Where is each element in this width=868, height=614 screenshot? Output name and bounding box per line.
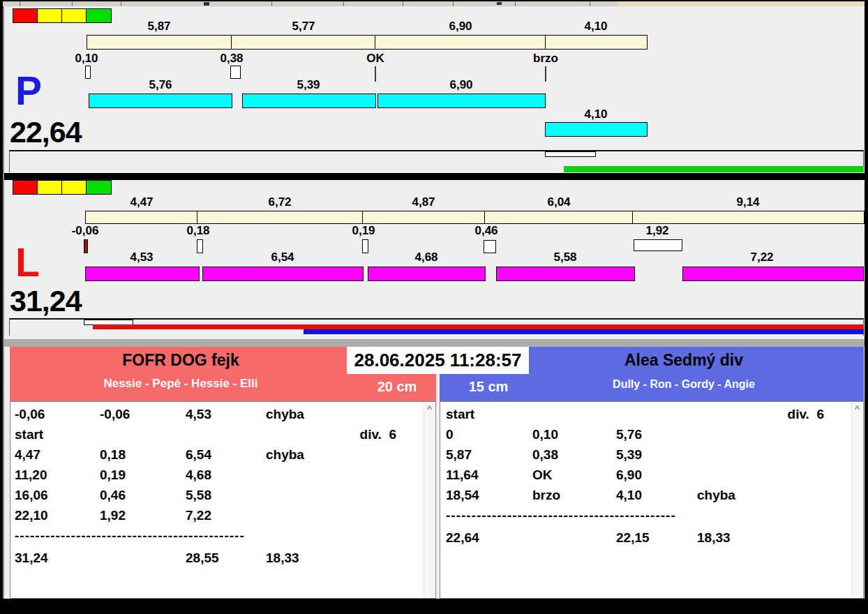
split-mark-label: OK [366, 52, 384, 65]
run-segment-bar [545, 122, 648, 137]
left-results-area[interactable]: -0,06 -0,06 4,53 chyba start div. 6 4,47… [10, 401, 436, 599]
plan-segment-bar [632, 211, 865, 224]
toolbar-separator [20, 1, 20, 6]
change-tick [375, 66, 376, 82]
change-box [484, 240, 496, 253]
progress-bar-green [564, 166, 864, 172]
run-segment-value: 6,90 [449, 79, 472, 91]
right-team-dogs: Dully - Ron - Gordy - Angie [509, 377, 858, 391]
run-segment-bar [377, 93, 546, 108]
table-row: -0,06 -0,06 4,53 chyba [10, 407, 435, 427]
toolbar-fragment[interactable] [3, 1, 865, 6]
plan-segment-value: 6,90 [449, 20, 472, 33]
plan-segment-value: 5,87 [147, 20, 170, 33]
separator-row: ----------------------------------------… [440, 508, 863, 528]
left-team-name: FOFR DOG fejk [10, 351, 352, 369]
toolbar-separator [403, 1, 403, 6]
table-row: 11,64 OK 6,90 [440, 467, 863, 488]
window-border-right [865, 0, 868, 614]
track-l-label: L [15, 243, 40, 283]
split-mark-label: 1,92 [645, 225, 668, 237]
plan-segment-value: 6,72 [268, 196, 291, 209]
scrollbar[interactable]: ^ [424, 403, 435, 597]
status-light-yellow-2 [61, 180, 87, 195]
separator-row: ----------------------------------------… [10, 528, 435, 548]
plan-segment-value: 4,87 [412, 196, 435, 209]
plan-segment-bar [85, 211, 198, 224]
plan-segment-value: 4,10 [584, 20, 607, 33]
right-jump-height: 15 cm [450, 379, 527, 394]
split-mark-label: 0,38 [220, 52, 243, 65]
left-jump-height: 20 cm [362, 379, 432, 394]
table-row: 22,10 1,92 7,22 [10, 508, 435, 528]
scroll-up-icon[interactable]: ^ [852, 404, 862, 413]
toolbar-separator [72, 1, 73, 6]
plan-segment-bar [197, 211, 364, 224]
table-row: 11,20 0,19 4,68 [10, 467, 435, 488]
split-mark-label: 0,46 [474, 225, 497, 237]
section-divider [0, 173, 868, 180]
progress-bar-blue [304, 329, 864, 334]
run-segment-bar [496, 267, 635, 281]
right-results-area[interactable]: start div. 6 0 0,10 5,76 5,87 0,38 5,39 … [440, 401, 864, 599]
toolbar-separator [121, 1, 121, 6]
split-mark-label: 0,10 [75, 52, 98, 65]
window-border-top [0, 0, 868, 1]
run-segment-bar [682, 267, 864, 281]
run-segment-value: 5,58 [553, 251, 576, 264]
run-segment-value: 5,39 [297, 79, 320, 91]
status-light-red [13, 8, 38, 23]
plan-segment-bar [362, 211, 486, 224]
status-light-yellow-1 [37, 8, 62, 23]
run-segment-value: 4,53 [130, 251, 153, 264]
progress-marker [545, 151, 596, 157]
change-box [362, 239, 368, 253]
left-team-dogs: Nessie - Pepé - Hessie - Elli [10, 377, 352, 390]
split-mark-label: brzo [533, 52, 558, 65]
track-p-total: 22,64 [10, 117, 82, 147]
table-row: 0 0,10 5,76 [440, 427, 863, 447]
run-segment-bar [85, 267, 200, 281]
track-p-label: P [15, 71, 42, 111]
toolbar-accent-area [618, 1, 865, 6]
split-mark-label: 0,19 [352, 225, 375, 237]
toolbar-separator [453, 1, 454, 6]
change-tick [545, 66, 546, 82]
panel-divider [3, 339, 865, 347]
change-box [85, 66, 91, 79]
run-segment-value: 4,68 [414, 251, 437, 264]
plan-segment-value: 6,04 [547, 196, 570, 209]
dropdown-arrow-icon [497, 2, 502, 5]
status-light-green [86, 8, 112, 23]
plan-segment-bar [484, 211, 634, 224]
run-segment-bar [202, 267, 364, 281]
table-row: 4,47 0,18 6,54 chyba [10, 447, 435, 467]
run-segment-bar [368, 267, 486, 281]
scrollbar[interactable]: ^ [851, 403, 862, 597]
progress-bar-red [93, 324, 864, 329]
plan-segment-value: 5,77 [292, 20, 315, 33]
window-border-bottom [0, 599, 868, 614]
plan-segment-bar [545, 35, 648, 50]
toolbar-glyph [204, 2, 209, 6]
window-frame-line [3, 6, 4, 599]
table-row: start div. 6 [440, 407, 863, 427]
scroll-up-icon[interactable]: ^ [424, 404, 435, 413]
run-segment-bar [242, 93, 376, 108]
status-light-red [13, 180, 38, 195]
change-box [634, 239, 682, 251]
right-team-name: Alea Sedmý div [509, 351, 858, 369]
table-row: 18,54 brzo 4,10 chyba [440, 488, 863, 508]
split-mark-label: 0,18 [186, 225, 209, 237]
timing-app-window: 5,87 5,77 6,90 4,10 0,10 0,38 OK brzo P … [0, 0, 868, 614]
status-light-yellow-2 [61, 8, 87, 23]
total-row: 22,64 22,15 18,33 [440, 530, 863, 551]
plan-segment-bar [375, 35, 546, 50]
plan-segment-value: 9,14 [736, 196, 759, 209]
table-row: 16,06 0,46 5,58 [10, 488, 435, 508]
change-box-early [84, 239, 88, 253]
timestamp: 28.06.2025 11:28:57 [347, 347, 529, 374]
run-segment-value: 5,76 [149, 79, 172, 91]
toolbar-separator [343, 1, 344, 6]
run-segment-value: 7,22 [750, 251, 773, 264]
